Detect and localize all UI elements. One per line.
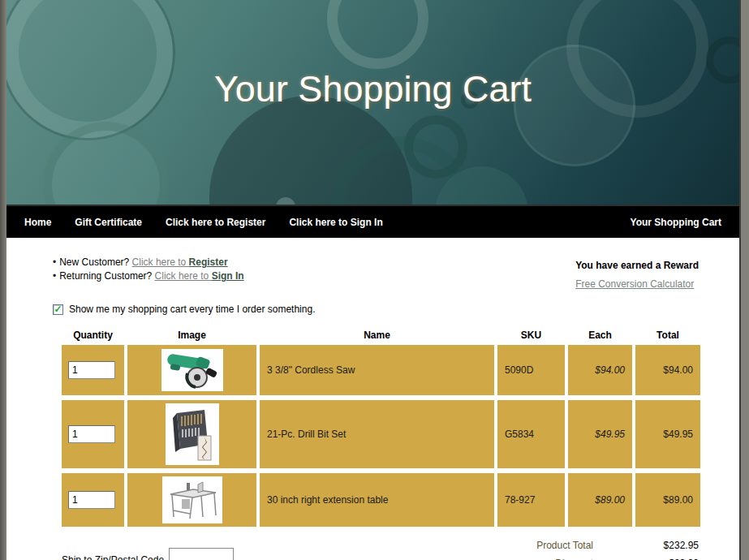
product-each-price: $49.95 [568, 400, 632, 468]
quantity-cell [62, 473, 124, 527]
product-image-drill-bit-set[interactable] [166, 403, 219, 465]
product-sku: 78-927 [497, 473, 565, 527]
product-sku: 5090D [497, 345, 565, 395]
bullet: • [53, 256, 56, 268]
product-total-value: $232.95 [593, 536, 699, 554]
free-conversion-calculator-link[interactable]: Free Conversion Calculator [575, 278, 699, 290]
nav-item-home[interactable]: Home [24, 217, 51, 228]
product-each-price: $94.00 [568, 345, 632, 395]
image-cell [127, 345, 256, 395]
order-summary: Product Total $232.95 Discount -$23.30 [358, 536, 699, 560]
register-link[interactable]: Click here to [132, 256, 189, 268]
returning-customer-line: •Returning Customer? Click here to Sign … [53, 269, 244, 283]
col-header-quantity: Quantity [62, 330, 124, 345]
quantity-input[interactable] [68, 425, 115, 443]
nav-item-sign-in[interactable]: Click here to Sign In [289, 217, 382, 228]
cart-footer: Ship to Zip/Postal Code Product Total $2… [53, 536, 699, 560]
image-cell [127, 400, 256, 468]
col-header-name: Name [260, 330, 494, 345]
discount-label: Discount [463, 554, 593, 560]
product-image-extension-table[interactable] [162, 476, 222, 523]
reward-box: You have earned a Reward Free Conversion… [575, 256, 699, 290]
product-total-price: $94.00 [635, 345, 700, 395]
show-cart-label: Show me my shopping cart every time I or… [69, 304, 315, 315]
new-customer-line: •New Customer? Click here to Register [53, 256, 244, 269]
table-row: 21-Pc. Drill Bit Set G5834 $49.95 $49.95 [62, 400, 700, 468]
col-header-sku: SKU [497, 330, 565, 345]
new-customer-text: New Customer? [59, 256, 131, 268]
register-link-strong[interactable]: Register [189, 256, 228, 268]
product-image-cordless-saw[interactable] [161, 349, 223, 391]
product-each-price: $89.00 [568, 473, 632, 527]
quantity-cell [62, 400, 124, 468]
reward-message: You have earned a Reward [575, 260, 699, 271]
product-total-label: Product Total [463, 536, 593, 554]
col-header-total: Total [635, 330, 700, 345]
ship-to-zip-row: Ship to Zip/Postal Code [62, 548, 234, 560]
table-row: 3 3/8" Cordless Saw 5090D $94.00 $94.00 [62, 345, 700, 395]
bullet: • [53, 270, 56, 282]
customer-links: •New Customer? Click here to Register •R… [53, 256, 244, 290]
product-name: 30 inch right extension table [260, 473, 494, 527]
show-cart-preference-row: ✓ Show me my shopping cart every time I … [53, 304, 699, 315]
returning-customer-text: Returning Customer? [59, 270, 154, 282]
image-cell [127, 473, 256, 527]
cart-header-row: Quantity Image Name SKU Each Total [62, 330, 700, 345]
browser-viewport: Your Shopping Cart Home Gift Certificate… [0, 0, 749, 560]
ship-to-zip-label: Ship to Zip/Postal Code [62, 548, 164, 560]
page-header-banner: Your Shopping Cart [6, 0, 739, 205]
nav-item-gift-certificate[interactable]: Gift Certificate [75, 217, 142, 228]
product-name: 21-Pc. Drill Bit Set [260, 400, 494, 468]
nav-item-your-shopping-cart[interactable]: Your Shopping Cart [631, 217, 721, 228]
main-navbar: Home Gift Certificate Click here to Regi… [6, 205, 739, 238]
quantity-cell [62, 345, 124, 395]
shopping-cart-page: Your Shopping Cart Home Gift Certificate… [6, 0, 741, 560]
product-total-price: $89.00 [635, 473, 700, 527]
cart-content: •New Customer? Click here to Register •R… [6, 238, 739, 560]
product-name: 3 3/8" Cordless Saw [260, 345, 494, 395]
discount-row: Discount -$23.30 [358, 554, 699, 560]
product-total-price: $49.95 [635, 400, 700, 468]
col-header-each: Each [568, 330, 632, 345]
quantity-input[interactable] [68, 491, 115, 509]
show-cart-checkbox[interactable]: ✓ [53, 304, 63, 315]
ship-to-zip-input[interactable] [169, 548, 234, 560]
col-header-image: Image [127, 330, 256, 345]
cart-table: Quantity Image Name SKU Each Total [62, 330, 700, 527]
product-total-row: Product Total $232.95 [358, 536, 699, 554]
sign-in-link[interactable]: Click here to [155, 270, 212, 282]
nav-item-register[interactable]: Click here to Register [166, 217, 265, 228]
quantity-input[interactable] [68, 361, 115, 379]
discount-value: -$23.30 [593, 554, 699, 560]
page-title: Your Shopping Cart [6, 0, 739, 110]
checkmark-icon: ✓ [54, 305, 62, 313]
product-sku: G5834 [497, 400, 565, 468]
table-row: 30 inch right extension table 78-927 $89… [62, 473, 700, 527]
sign-in-link-strong[interactable]: Sign In [212, 270, 244, 282]
customer-status-row: •New Customer? Click here to Register •R… [53, 256, 699, 290]
